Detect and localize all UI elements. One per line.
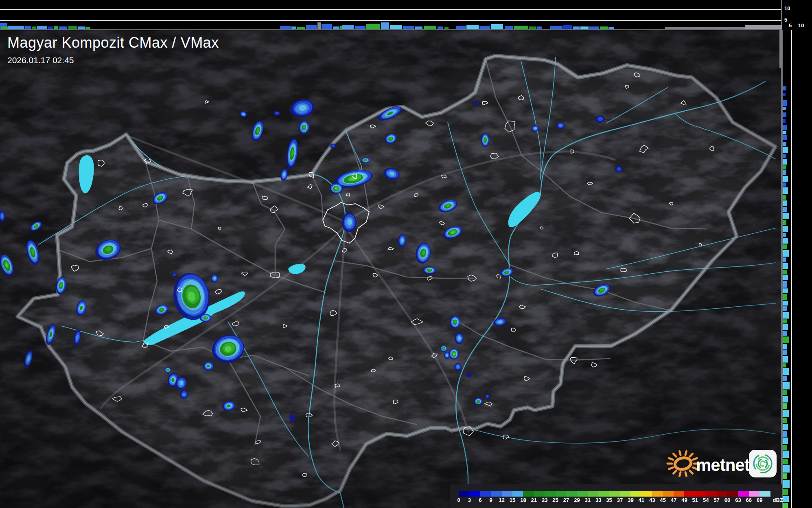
right-profile-segment <box>783 306 787 311</box>
right-profile-segment <box>783 489 788 495</box>
top-profile-segment <box>68 26 77 29</box>
legend-swatch <box>502 491 513 497</box>
top-axis-label-5: 5 <box>784 17 787 23</box>
right-profile-segment <box>783 368 789 375</box>
legend-swatch <box>674 491 685 497</box>
dbz-legend: 0369121518212325272931333537394143454749… <box>450 484 782 508</box>
metnet-logo: metnet <box>663 444 786 487</box>
legend-swatch <box>684 491 695 497</box>
right-profile-segment <box>783 142 786 146</box>
right-profile-segment <box>783 424 788 430</box>
legend-swatch <box>598 491 609 497</box>
legend-swatch <box>652 491 663 497</box>
right-profile-segment <box>783 418 787 423</box>
right-profile-segment <box>783 294 787 300</box>
right-profile-segment <box>783 131 786 134</box>
right-profile-segment <box>783 410 789 417</box>
top-profile-segment <box>550 26 562 29</box>
right-profile-segment <box>783 312 789 319</box>
top-profile-segment <box>403 26 414 29</box>
frame-accent-3 <box>779 30 782 68</box>
sun-icon <box>668 451 698 476</box>
legend-swatch <box>663 491 674 497</box>
right-profile-segment <box>783 125 787 130</box>
frame-accent-2 <box>745 25 782 29</box>
legend-swatch <box>738 491 749 497</box>
right-profile-segment <box>783 238 788 244</box>
legend-tick-label: 69 <box>753 497 766 503</box>
legend-swatch <box>545 491 556 497</box>
top-profile-segment <box>514 26 528 29</box>
legend-swatch <box>695 491 706 497</box>
top-profile-segment <box>563 25 572 29</box>
top-profile-segment <box>25 26 31 29</box>
top-profile-segment <box>466 25 479 29</box>
legend-swatch <box>727 491 738 497</box>
top-profile-segment <box>479 26 490 29</box>
right-profile-segment <box>783 396 788 402</box>
top-profile-segment <box>37 26 47 29</box>
right-profile-segment <box>783 147 788 153</box>
legend-swatch <box>706 491 717 497</box>
right-profile-segment <box>783 159 787 165</box>
legend-swatch <box>717 491 728 497</box>
top-gridline-5km <box>0 20 782 21</box>
legend-swatch <box>566 491 577 497</box>
top-profile-segment <box>390 25 402 29</box>
legend-swatch <box>759 491 770 497</box>
right-gridline-10km <box>802 30 802 508</box>
right-profile-segment <box>783 301 788 306</box>
legend-swatch <box>469 491 480 497</box>
logo-text: metnet <box>696 455 750 475</box>
legend-swatch <box>588 491 599 497</box>
top-profile-segment <box>456 26 466 29</box>
page-title: Magyar Kompozit CMax / VMax <box>7 34 219 51</box>
right-profile-segment <box>783 403 787 409</box>
top-profile-segment <box>505 26 513 29</box>
right-profile-segment <box>783 207 787 212</box>
legend-swatch <box>556 491 567 497</box>
top-profile-segment <box>317 22 321 29</box>
legend-swatch <box>459 491 470 497</box>
metnet-app-icon <box>749 450 777 477</box>
legend-swatch <box>609 491 620 497</box>
right-profile-segment <box>783 165 786 169</box>
right-profile-segment <box>783 344 787 349</box>
right-profile-segment <box>783 135 787 140</box>
right-profile-segment <box>783 244 787 249</box>
right-profile-segment <box>783 503 788 508</box>
right-profile-segment <box>783 100 787 106</box>
legend-swatch <box>749 491 760 497</box>
right-profile-segment <box>783 382 790 389</box>
right-profile-segment <box>783 390 787 395</box>
legend-swatch <box>620 491 631 497</box>
right-axis-label-10: 10 <box>798 22 804 29</box>
right-profile-segment <box>783 220 786 225</box>
right-profile-segment <box>783 176 788 182</box>
right-profile-segment <box>783 288 788 293</box>
top-profile-segment <box>381 22 389 29</box>
top-profile-segment <box>306 25 317 29</box>
right-profile-segment <box>783 195 786 200</box>
legend-swatch <box>480 491 491 497</box>
legend-swatch <box>523 491 534 497</box>
top-profile-segment <box>54 26 58 29</box>
title-block: Magyar Kompozit CMax / VMax 2026.01.17 0… <box>7 34 219 65</box>
top-profile-segment <box>322 24 332 29</box>
legend-swatch <box>630 491 641 497</box>
right-profile-panel <box>783 30 812 508</box>
right-profile-segment <box>783 107 786 110</box>
right-profile-segment <box>783 263 788 269</box>
right-profile-segment <box>783 86 786 90</box>
right-profile-segment <box>783 183 786 187</box>
right-profile-segment <box>783 319 787 323</box>
timestamp: 2026.01.17 02:45 <box>7 55 219 65</box>
right-profile-segment <box>783 119 786 123</box>
top-gridline-10km <box>0 9 782 10</box>
right-profile-segment <box>783 270 787 274</box>
frame-accent-1 <box>665 27 745 29</box>
frame-horizontal <box>0 29 812 30</box>
right-profile-segment <box>783 496 789 502</box>
radar-map <box>0 0 812 508</box>
right-profile-segment <box>783 250 789 257</box>
